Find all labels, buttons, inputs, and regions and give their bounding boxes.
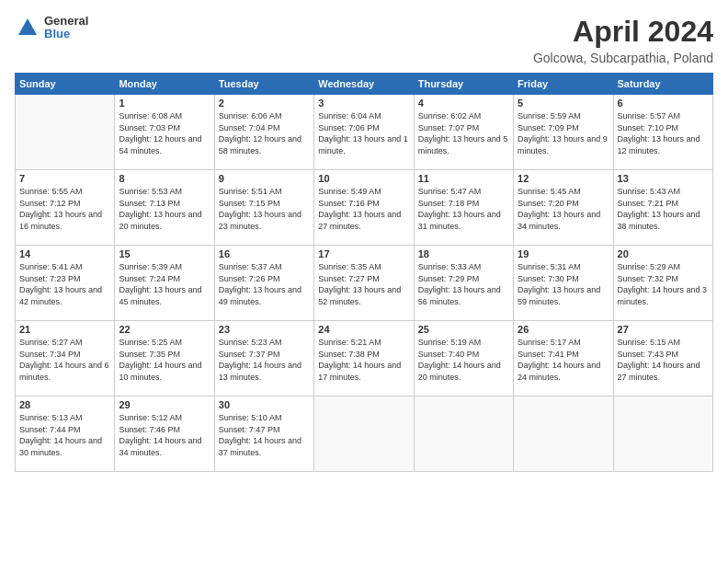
calendar-cell	[314, 396, 414, 472]
day-number: 11	[418, 173, 509, 184]
calendar-table: SundayMondayTuesdayWednesdayThursdayFrid…	[15, 73, 713, 472]
day-info: Sunrise: 5:53 AM Sunset: 7:13 PM Dayligh…	[119, 186, 210, 232]
page-header: General Blue April 2024 Golcowa, Subcarp…	[15, 15, 713, 65]
calendar-cell: 17 Sunrise: 5:35 AM Sunset: 7:27 PM Dayl…	[314, 246, 414, 321]
day-number: 27	[618, 324, 709, 335]
day-number: 29	[119, 399, 210, 410]
calendar-cell	[414, 396, 513, 472]
day-info: Sunrise: 5:21 AM Sunset: 7:38 PM Dayligh…	[318, 337, 409, 383]
calendar-cell: 16 Sunrise: 5:37 AM Sunset: 7:26 PM Dayl…	[214, 246, 313, 321]
calendar-cell: 24 Sunrise: 5:21 AM Sunset: 7:38 PM Dayl…	[314, 321, 414, 396]
calendar-week-row: 21 Sunrise: 5:27 AM Sunset: 7:34 PM Dayl…	[16, 321, 713, 396]
weekday-header-row: SundayMondayTuesdayWednesdayThursdayFrid…	[16, 74, 713, 95]
calendar-cell	[514, 396, 613, 472]
day-number: 19	[518, 248, 609, 259]
calendar-cell: 5 Sunrise: 5:59 AM Sunset: 7:09 PM Dayli…	[514, 95, 613, 170]
calendar-cell: 4 Sunrise: 6:02 AM Sunset: 7:07 PM Dayli…	[414, 95, 513, 170]
day-number: 28	[19, 399, 110, 410]
weekday-header: Tuesday	[214, 74, 313, 95]
calendar-cell: 21 Sunrise: 5:27 AM Sunset: 7:34 PM Dayl…	[16, 321, 115, 396]
calendar-cell: 1 Sunrise: 6:08 AM Sunset: 7:03 PM Dayli…	[115, 95, 214, 170]
day-number: 30	[219, 399, 310, 410]
day-number: 15	[119, 248, 210, 259]
calendar-cell: 7 Sunrise: 5:55 AM Sunset: 7:12 PM Dayli…	[16, 170, 115, 246]
location-title: Golcowa, Subcarpathia, Poland	[533, 51, 713, 65]
calendar-week-row: 14 Sunrise: 5:41 AM Sunset: 7:23 PM Dayl…	[16, 246, 713, 321]
day-number: 25	[418, 324, 509, 335]
calendar-cell: 2 Sunrise: 6:06 AM Sunset: 7:04 PM Dayli…	[214, 95, 313, 170]
day-info: Sunrise: 5:23 AM Sunset: 7:37 PM Dayligh…	[219, 337, 310, 383]
calendar-cell: 12 Sunrise: 5:45 AM Sunset: 7:20 PM Dayl…	[514, 170, 613, 246]
calendar-cell: 6 Sunrise: 5:57 AM Sunset: 7:10 PM Dayli…	[613, 95, 712, 170]
logo-line1: General	[44, 15, 88, 28]
title-block: April 2024 Golcowa, Subcarpathia, Poland	[533, 15, 713, 65]
calendar-cell: 27 Sunrise: 5:15 AM Sunset: 7:43 PM Dayl…	[613, 321, 712, 396]
day-number: 24	[318, 324, 409, 335]
day-info: Sunrise: 5:47 AM Sunset: 7:18 PM Dayligh…	[418, 186, 509, 232]
day-number: 21	[19, 324, 110, 335]
day-number: 20	[618, 248, 709, 259]
day-number: 22	[119, 324, 210, 335]
svg-marker-0	[18, 18, 37, 35]
calendar-cell: 10 Sunrise: 5:49 AM Sunset: 7:16 PM Dayl…	[314, 170, 414, 246]
day-info: Sunrise: 5:57 AM Sunset: 7:10 PM Dayligh…	[618, 110, 709, 156]
logo: General Blue	[15, 15, 88, 41]
day-number: 5	[518, 98, 609, 109]
logo-text: General Blue	[44, 15, 88, 41]
calendar-week-row: 7 Sunrise: 5:55 AM Sunset: 7:12 PM Dayli…	[16, 170, 713, 246]
weekday-header: Thursday	[414, 74, 513, 95]
weekday-header: Wednesday	[314, 74, 414, 95]
day-info: Sunrise: 5:41 AM Sunset: 7:23 PM Dayligh…	[19, 261, 110, 307]
weekday-header: Monday	[115, 74, 214, 95]
day-info: Sunrise: 5:59 AM Sunset: 7:09 PM Dayligh…	[518, 110, 609, 156]
calendar-cell: 30 Sunrise: 5:10 AM Sunset: 7:47 PM Dayl…	[214, 396, 313, 472]
calendar-cell: 11 Sunrise: 5:47 AM Sunset: 7:18 PM Dayl…	[414, 170, 513, 246]
calendar-cell: 15 Sunrise: 5:39 AM Sunset: 7:24 PM Dayl…	[115, 246, 214, 321]
day-info: Sunrise: 6:08 AM Sunset: 7:03 PM Dayligh…	[119, 110, 210, 156]
day-info: Sunrise: 5:17 AM Sunset: 7:41 PM Dayligh…	[518, 337, 609, 383]
calendar-week-row: 1 Sunrise: 6:08 AM Sunset: 7:03 PM Dayli…	[16, 95, 713, 170]
day-info: Sunrise: 5:35 AM Sunset: 7:27 PM Dayligh…	[318, 261, 409, 307]
day-number: 16	[219, 248, 310, 259]
day-number: 10	[318, 173, 409, 184]
day-info: Sunrise: 6:06 AM Sunset: 7:04 PM Dayligh…	[219, 110, 310, 156]
calendar-cell: 20 Sunrise: 5:29 AM Sunset: 7:32 PM Dayl…	[613, 246, 712, 321]
logo-icon	[15, 15, 40, 40]
logo-line2: Blue	[44, 28, 88, 40]
calendar-cell: 19 Sunrise: 5:31 AM Sunset: 7:30 PM Dayl…	[514, 246, 613, 321]
day-number: 12	[518, 173, 609, 184]
day-number: 6	[618, 98, 709, 109]
day-info: Sunrise: 5:29 AM Sunset: 7:32 PM Dayligh…	[618, 261, 709, 307]
calendar-cell: 8 Sunrise: 5:53 AM Sunset: 7:13 PM Dayli…	[115, 170, 214, 246]
day-number: 23	[219, 324, 310, 335]
day-info: Sunrise: 5:33 AM Sunset: 7:29 PM Dayligh…	[418, 261, 509, 307]
calendar-cell: 22 Sunrise: 5:25 AM Sunset: 7:35 PM Dayl…	[115, 321, 214, 396]
calendar-cell: 3 Sunrise: 6:04 AM Sunset: 7:06 PM Dayli…	[314, 95, 414, 170]
day-info: Sunrise: 5:51 AM Sunset: 7:15 PM Dayligh…	[219, 186, 310, 232]
day-info: Sunrise: 5:12 AM Sunset: 7:46 PM Dayligh…	[119, 412, 210, 458]
day-info: Sunrise: 5:49 AM Sunset: 7:16 PM Dayligh…	[318, 186, 409, 232]
day-info: Sunrise: 5:10 AM Sunset: 7:47 PM Dayligh…	[219, 412, 310, 458]
day-info: Sunrise: 5:25 AM Sunset: 7:35 PM Dayligh…	[119, 337, 210, 383]
day-number: 18	[418, 248, 509, 259]
day-number: 4	[418, 98, 509, 109]
day-info: Sunrise: 5:19 AM Sunset: 7:40 PM Dayligh…	[418, 337, 509, 383]
calendar-cell: 23 Sunrise: 5:23 AM Sunset: 7:37 PM Dayl…	[214, 321, 313, 396]
day-number: 17	[318, 248, 409, 259]
day-info: Sunrise: 5:55 AM Sunset: 7:12 PM Dayligh…	[19, 186, 110, 232]
day-number: 26	[518, 324, 609, 335]
day-number: 7	[19, 173, 110, 184]
day-info: Sunrise: 5:27 AM Sunset: 7:34 PM Dayligh…	[19, 337, 110, 383]
day-number: 1	[119, 98, 210, 109]
day-info: Sunrise: 5:31 AM Sunset: 7:30 PM Dayligh…	[518, 261, 609, 307]
day-info: Sunrise: 5:45 AM Sunset: 7:20 PM Dayligh…	[518, 186, 609, 232]
weekday-header: Friday	[514, 74, 613, 95]
day-info: Sunrise: 5:43 AM Sunset: 7:21 PM Dayligh…	[618, 186, 709, 232]
day-info: Sunrise: 5:13 AM Sunset: 7:44 PM Dayligh…	[19, 412, 110, 458]
calendar-cell: 29 Sunrise: 5:12 AM Sunset: 7:46 PM Dayl…	[115, 396, 214, 472]
day-info: Sunrise: 5:37 AM Sunset: 7:26 PM Dayligh…	[219, 261, 310, 307]
calendar-cell: 18 Sunrise: 5:33 AM Sunset: 7:29 PM Dayl…	[414, 246, 513, 321]
day-number: 8	[119, 173, 210, 184]
weekday-header: Sunday	[16, 74, 115, 95]
day-info: Sunrise: 6:04 AM Sunset: 7:06 PM Dayligh…	[318, 110, 409, 156]
